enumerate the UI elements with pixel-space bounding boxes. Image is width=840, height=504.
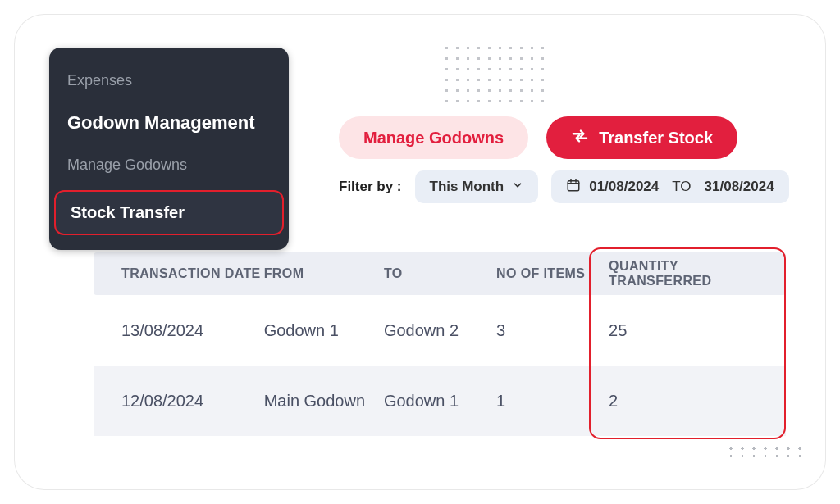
svg-rect-0 (568, 180, 579, 190)
cell-qty: 2 (609, 392, 766, 411)
sidebar-item-godown-management[interactable]: Godown Management (49, 99, 289, 147)
cell-items: 1 (496, 392, 609, 411)
th-to: TO (384, 266, 496, 281)
sidebar-item-label: Stock Transfer (71, 203, 185, 221)
chevron-down-icon (512, 179, 523, 195)
swap-icon (571, 127, 589, 149)
th-from: FROM (264, 266, 384, 281)
calendar-icon (566, 178, 581, 197)
cell-qty: 25 (609, 321, 766, 340)
filter-period-dropdown[interactable]: This Month (415, 170, 539, 203)
sidebar-item-expenses[interactable]: Expenses (49, 62, 289, 99)
toolbar: Manage Godowns Transfer Stock (339, 116, 737, 159)
cell-items: 3 (496, 321, 609, 340)
th-transaction-date: TRANSACTION DATE (121, 266, 264, 281)
sidebar: Expenses Godown Management Manage Godown… (49, 48, 289, 250)
sidebar-item-label: Manage Godowns (67, 157, 187, 173)
cell-date: 12/08/2024 (121, 392, 264, 411)
cell-from: Godown 1 (264, 321, 384, 340)
cell-to: Godown 2 (384, 321, 496, 340)
th-quantity-transferred: QUANTITY TRANSFERRED (609, 259, 766, 288)
sidebar-item-stock-transfer[interactable]: Stock Transfer (54, 190, 284, 235)
sidebar-item-manage-godowns[interactable]: Manage Godowns (49, 147, 289, 184)
table-row[interactable]: 13/08/2024 Godown 1 Godown 2 3 25 (94, 295, 786, 366)
table-row[interactable]: 12/08/2024 Main Godown Godown 1 1 2 (94, 366, 786, 436)
filter-label: Filter by : (339, 179, 402, 195)
filter-date-range[interactable]: 01/08/2024 TO 31/08/2024 (551, 170, 789, 203)
filter-date-to: 31/08/2024 (705, 179, 774, 195)
th-no-of-items: NO OF ITEMS (496, 266, 609, 281)
sidebar-item-label: Godown Management (67, 112, 255, 133)
button-label: Transfer Stock (599, 129, 713, 148)
decorative-dots-top (441, 43, 548, 107)
table-header: TRANSACTION DATE FROM TO NO OF ITEMS QUA… (94, 252, 786, 295)
cell-from: Main Godown (264, 392, 384, 411)
cell-to: Godown 1 (384, 392, 496, 411)
filter-date-sep: TO (672, 179, 691, 195)
manage-godowns-button[interactable]: Manage Godowns (339, 116, 528, 159)
transfers-table: TRANSACTION DATE FROM TO NO OF ITEMS QUA… (94, 252, 786, 436)
app-card: Expenses Godown Management Manage Godown… (15, 15, 825, 489)
filter-period-value: This Month (430, 179, 504, 195)
cell-date: 13/08/2024 (121, 321, 264, 340)
button-label: Manage Godowns (363, 129, 504, 148)
sidebar-item-label: Expenses (67, 72, 132, 89)
transfer-stock-button[interactable]: Transfer Stock (546, 116, 737, 159)
filter-date-from: 01/08/2024 (589, 179, 659, 195)
decorative-dots-bottom (725, 445, 801, 460)
filter-row: Filter by : This Month 01/08/2024 TO 31/… (339, 170, 789, 203)
